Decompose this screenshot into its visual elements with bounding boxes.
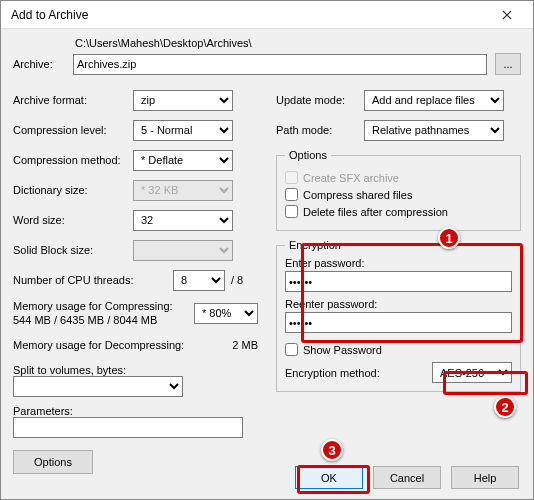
archive-label: Archive: bbox=[13, 58, 73, 70]
archive-path-display: C:\Users\Mahesh\Desktop\Archives\ bbox=[13, 37, 521, 49]
parameters-label: Parameters: bbox=[13, 405, 73, 417]
mem-compress-select[interactable]: * 80% bbox=[194, 303, 258, 324]
encryption-method-select[interactable]: AES-256 bbox=[432, 362, 512, 383]
callout-1: 1 bbox=[438, 227, 460, 249]
compress-shared-label: Compress shared files bbox=[303, 189, 412, 201]
update-mode-select[interactable]: Add and replace files bbox=[364, 90, 504, 111]
options-group: Options Create SFX archive Compress shar… bbox=[276, 149, 521, 231]
archive-format-select[interactable]: zip bbox=[133, 90, 233, 111]
archive-filename-input[interactable] bbox=[73, 54, 487, 75]
dictionary-size-label: Dictionary size: bbox=[13, 184, 133, 196]
path-mode-select[interactable]: Relative pathnames bbox=[364, 120, 504, 141]
solid-block-size-select bbox=[133, 240, 233, 261]
cpu-threads-total: / 8 bbox=[231, 274, 243, 286]
encryption-legend: Encryption bbox=[285, 239, 345, 251]
mem-compress-values: 544 MB / 6435 MB / 8044 MB bbox=[13, 314, 157, 326]
dictionary-size-select: * 32 KB bbox=[133, 180, 233, 201]
show-password-checkbox[interactable] bbox=[285, 343, 298, 356]
cpu-threads-select[interactable]: 8 bbox=[173, 270, 225, 291]
delete-after-checkbox[interactable] bbox=[285, 205, 298, 218]
cancel-button[interactable]: Cancel bbox=[373, 466, 441, 489]
callout-2: 2 bbox=[494, 396, 516, 418]
mem-decompress-value: 2 MB bbox=[232, 339, 258, 351]
path-mode-label: Path mode: bbox=[276, 124, 364, 136]
reenter-password-label: Reenter password: bbox=[285, 298, 377, 310]
word-size-select[interactable]: 32 bbox=[133, 210, 233, 231]
compression-method-select[interactable]: * Deflate bbox=[133, 150, 233, 171]
options-legend: Options bbox=[285, 149, 331, 161]
archive-format-label: Archive format: bbox=[13, 94, 133, 106]
enter-password-input[interactable] bbox=[285, 271, 512, 292]
ellipsis-icon: ... bbox=[503, 58, 512, 70]
browse-button[interactable]: ... bbox=[495, 53, 521, 75]
compression-level-select[interactable]: 5 - Normal bbox=[133, 120, 233, 141]
reenter-password-input[interactable] bbox=[285, 312, 512, 333]
split-volumes-label: Split to volumes, bytes: bbox=[13, 364, 126, 376]
help-button[interactable]: Help bbox=[451, 466, 519, 489]
sfx-label: Create SFX archive bbox=[303, 172, 399, 184]
update-mode-label: Update mode: bbox=[276, 94, 364, 106]
show-password-label: Show Password bbox=[303, 344, 382, 356]
compression-level-label: Compression level: bbox=[13, 124, 133, 136]
mem-decompress-label: Memory usage for Decompressing: bbox=[13, 339, 232, 351]
close-button[interactable] bbox=[487, 2, 527, 28]
add-to-archive-dialog: Add to Archive C:\Users\Mahesh\Desktop\A… bbox=[0, 0, 534, 500]
compression-method-label: Compression method: bbox=[13, 154, 133, 166]
solid-block-size-label: Solid Block size: bbox=[13, 244, 133, 256]
mem-compress-label: Memory usage for Compressing: bbox=[13, 300, 173, 312]
word-size-label: Word size: bbox=[13, 214, 133, 226]
encryption-method-label: Encryption method: bbox=[285, 367, 432, 379]
titlebar: Add to Archive bbox=[1, 1, 533, 29]
options-button[interactable]: Options bbox=[13, 450, 93, 474]
callout-3: 3 bbox=[321, 439, 343, 461]
delete-after-label: Delete files after compression bbox=[303, 206, 448, 218]
parameters-input[interactable] bbox=[13, 417, 243, 438]
ok-button[interactable]: OK bbox=[295, 466, 363, 489]
close-icon bbox=[502, 10, 512, 20]
sfx-checkbox bbox=[285, 171, 298, 184]
split-volumes-select[interactable] bbox=[13, 376, 183, 397]
cpu-threads-label: Number of CPU threads: bbox=[13, 274, 173, 286]
compress-shared-checkbox[interactable] bbox=[285, 188, 298, 201]
window-title: Add to Archive bbox=[11, 8, 88, 22]
encryption-group: Encryption Enter password: Reenter passw… bbox=[276, 239, 521, 392]
enter-password-label: Enter password: bbox=[285, 257, 364, 269]
